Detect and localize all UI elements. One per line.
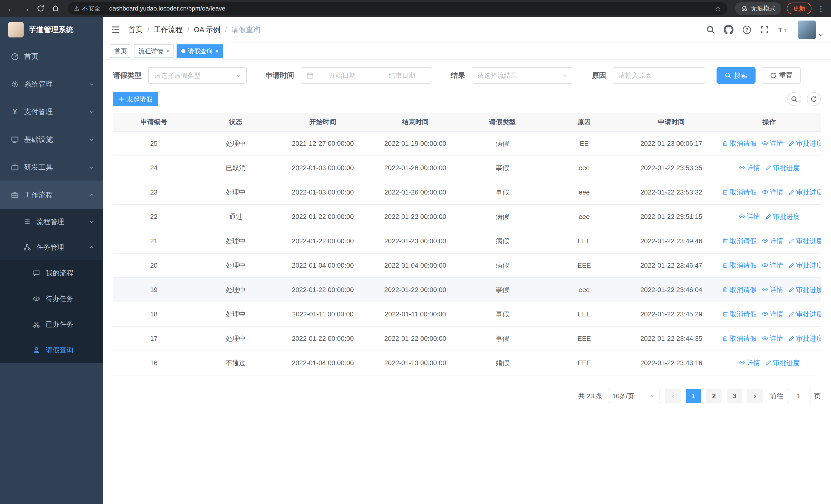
page-button-3[interactable]: 3 (727, 389, 742, 403)
reset-button[interactable]: 重置 (762, 67, 801, 84)
cancel-leave-link[interactable]: 取消请假 (722, 139, 756, 148)
bookmark-star-icon[interactable]: ☆ (715, 4, 721, 13)
refresh-button[interactable] (807, 92, 821, 106)
cell-status: 处理中 (195, 253, 277, 278)
detail-link[interactable]: 详情 (762, 334, 783, 343)
back-icon[interactable]: ← (6, 4, 16, 13)
close-icon[interactable]: × (166, 48, 169, 54)
tab-leave-query[interactable]: 请假查询 × (177, 45, 223, 58)
approval-progress-link[interactable]: 审批进度 (789, 310, 821, 319)
table-header-row: 申请编号 状态 开始时间 结束时间 请假类型 原因 申请时间 操作 (113, 113, 821, 131)
close-icon[interactable]: × (215, 48, 219, 54)
detail-link[interactable]: 详情 (739, 212, 760, 221)
user-menu[interactable] (798, 21, 823, 39)
approval-progress-link[interactable]: 审批进度 (789, 334, 821, 343)
sidebar-item-workflow[interactable]: 工作流程 (0, 181, 103, 209)
cancel-leave-link[interactable]: 取消请假 (722, 310, 756, 319)
detail-link[interactable]: 详情 (762, 139, 783, 148)
detail-link[interactable]: 详情 (739, 358, 760, 367)
browser-update-button[interactable]: 更新 (787, 3, 811, 14)
cell-type: 病假 (461, 229, 543, 253)
cell-reason: EEE (543, 253, 625, 278)
chevron-down-icon (236, 72, 241, 78)
tab-home[interactable]: 首页 (110, 45, 132, 58)
chevron-up-icon (89, 244, 94, 250)
cell-reason: eee (543, 205, 625, 229)
cancel-leave-link[interactable]: 取消请假 (722, 285, 756, 294)
page-button-1[interactable]: 1 (686, 389, 701, 403)
cancel-leave-link[interactable]: 取消请假 (722, 237, 756, 245)
search-button[interactable]: 搜索 (717, 67, 755, 84)
create-leave-button[interactable]: 发起请假 (113, 92, 158, 106)
user-icon (32, 346, 41, 355)
detail-link[interactable]: 详情 (762, 236, 783, 245)
url-text[interactable]: dashboard.yudao.iocoder.cn/bpm/oa/leave (109, 5, 711, 12)
date-range-picker[interactable]: 开始日期 - 结束日期 (301, 67, 432, 84)
approval-progress-link[interactable]: 审批进度 (789, 237, 821, 245)
reload-icon[interactable] (36, 5, 45, 12)
cell-end: 2022-01-13 00:00:00 (369, 351, 461, 375)
approval-progress-link[interactable]: 审批进度 (789, 139, 821, 148)
page-size-select[interactable]: 10条/页 (608, 389, 660, 403)
next-page-button[interactable]: › (747, 389, 763, 403)
approval-progress-link[interactable]: 审批进度 (765, 358, 800, 367)
security-warning[interactable]: ⚠ 不安全 (74, 4, 101, 12)
detail-link[interactable]: 详情 (762, 285, 783, 294)
sidebar-item-todo-tasks[interactable]: 待办任务 (0, 286, 103, 312)
detail-link[interactable]: 详情 (762, 309, 783, 319)
collapse-sidebar-icon[interactable] (110, 25, 121, 35)
forward-icon[interactable]: → (21, 4, 30, 13)
prev-page-button[interactable]: ‹ (665, 389, 681, 403)
cancel-leave-link[interactable]: 取消请假 (722, 188, 756, 197)
fullscreen-icon[interactable] (760, 25, 769, 34)
sidebar-item-payment[interactable]: ¥ 支付管理 (0, 98, 103, 126)
home-icon[interactable] (51, 4, 60, 12)
search-icon[interactable] (706, 25, 715, 34)
browser-menu-icon[interactable]: ⋮ (817, 4, 825, 13)
sidebar-item-process-mgmt[interactable]: 流程管理 (0, 209, 103, 235)
sidebar-item-my-process[interactable]: 我的流程 (0, 260, 103, 286)
tab-process-detail[interactable]: 流程详情 × (134, 45, 174, 58)
cell-end: 2022-01-19 00:00:00 (369, 131, 461, 156)
sidebar-item-done-tasks[interactable]: 已办任务 (0, 312, 103, 337)
page-button-2[interactable]: 2 (706, 389, 722, 403)
cell-status: 通过 (195, 205, 277, 229)
sidebar-item-system[interactable]: 系统管理 (0, 70, 103, 98)
leave-type-select[interactable]: 请选择请假类型 (148, 67, 247, 84)
approval-progress-link[interactable]: 审批进度 (765, 164, 800, 173)
detail-link[interactable]: 详情 (762, 187, 783, 197)
toggle-search-button[interactable] (787, 92, 801, 106)
sidebar-item-infrastructure[interactable]: 基础设施 (0, 126, 103, 153)
table-row: 22 通过 2022-01-22 00:00:00 2022-01-22 00:… (113, 205, 821, 229)
goto-page-input[interactable] (787, 389, 810, 403)
detail-link[interactable]: 详情 (739, 163, 760, 172)
cancel-leave-link[interactable]: 取消请假 (722, 261, 756, 270)
breadcrumb-item[interactable]: 首页 (128, 25, 143, 35)
breadcrumb-item[interactable]: OA 示例 (194, 25, 221, 35)
approval-progress-link[interactable]: 审批进度 (789, 285, 821, 294)
chevron-down-icon (89, 219, 94, 225)
detail-link[interactable]: 详情 (762, 261, 783, 270)
sidebar-item-leave-query[interactable]: 请假查询 (0, 337, 103, 363)
breadcrumb-item[interactable]: 工作流程 (154, 25, 183, 35)
result-label: 结果 (451, 70, 465, 80)
sidebar-item-devtools[interactable]: 研发工具 (0, 153, 103, 181)
reason-input[interactable] (619, 71, 699, 80)
approval-progress-link[interactable]: 审批进度 (789, 188, 821, 197)
avatar[interactable] (798, 21, 816, 39)
help-icon[interactable]: ? (742, 25, 751, 34)
cell-status: 处理中 (195, 278, 277, 302)
font-size-icon[interactable]: TT (778, 26, 789, 34)
sidebar-item-home[interactable]: 首页 (0, 42, 103, 70)
cell-start: 2022-01-22 00:00:00 (277, 229, 369, 253)
approval-progress-link[interactable]: 审批进度 (765, 212, 800, 221)
github-icon[interactable] (724, 25, 734, 35)
result-select[interactable]: 请选择流结果 (472, 67, 573, 84)
approval-progress-link[interactable]: 审批进度 (789, 261, 821, 270)
url-bar[interactable]: ⚠ 不安全 dashboard.yudao.iocoder.cn/bpm/oa/… (68, 2, 727, 15)
cancel-leave-link[interactable]: 取消请假 (722, 334, 756, 343)
sidebar-item-task-mgmt[interactable]: 任务管理 (0, 235, 103, 260)
cell-status: 处理中 (195, 180, 277, 205)
cell-type: 事假 (461, 302, 543, 326)
cell-id: 25 (113, 131, 195, 156)
